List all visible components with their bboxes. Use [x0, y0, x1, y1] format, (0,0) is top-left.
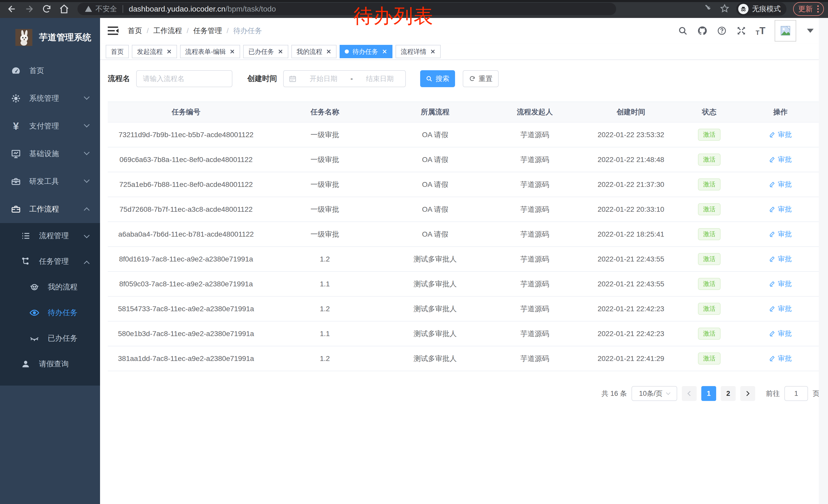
- approve-link[interactable]: 审批: [769, 229, 792, 239]
- sidebar-item-home[interactable]: 首页: [0, 57, 100, 85]
- sidebar-item-todo-tasks[interactable]: 待办任务: [0, 300, 100, 326]
- search-button[interactable]: 搜索: [420, 70, 455, 87]
- sidebar-logo[interactable]: 芋道管理系统: [0, 18, 100, 51]
- tab-label: 流程详情: [401, 47, 426, 56]
- next-page-button[interactable]: [740, 386, 755, 401]
- bookmark-star-icon[interactable]: [720, 4, 730, 14]
- approve-link[interactable]: 审批: [769, 304, 792, 313]
- sidebar-item-devtools[interactable]: 研发工具: [0, 168, 100, 195]
- table-row[interactable]: a6aba0a4-7b6d-11ec-b781-acde48001122 一级审…: [108, 222, 820, 247]
- url-text[interactable]: dashboard.yudao.iocoder.cn/bpm/task/todo: [129, 5, 276, 13]
- github-icon[interactable]: [697, 26, 707, 36]
- sidebar-item-label: 工作流程: [29, 204, 59, 214]
- page-size-select[interactable]: 10条/页: [631, 386, 677, 401]
- page-number-button[interactable]: 1: [701, 386, 716, 401]
- tab-item[interactable]: 首页: [106, 45, 129, 58]
- edit-pen-icon: [769, 231, 776, 237]
- sidebar-item-task-mgmt[interactable]: 任务管理: [0, 249, 100, 274]
- approve-link[interactable]: 审批: [769, 130, 792, 139]
- table-row[interactable]: 73211d9d-7b9b-11ec-b5b7-acde48001122 一级审…: [108, 123, 820, 147]
- site-security[interactable]: 不安全: [85, 4, 117, 14]
- sidebar-item-process-mgmt[interactable]: 流程管理: [0, 223, 100, 249]
- sidebar-item-leave-query[interactable]: 请假查询: [0, 351, 100, 377]
- starter-cell: 芋道源码: [485, 304, 585, 314]
- text-size-icon[interactable]: TT: [756, 26, 765, 36]
- starter-cell: 芋道源码: [485, 279, 585, 289]
- process-name-input[interactable]: 请输入流程名: [136, 70, 233, 87]
- column-header: 状态: [677, 107, 741, 117]
- approve-link[interactable]: 审批: [769, 155, 792, 164]
- search-icon[interactable]: [678, 26, 688, 36]
- process-cell: 测试多审批人: [385, 254, 485, 264]
- tab-item[interactable]: 发起流程: [132, 45, 177, 58]
- table-row[interactable]: 069c6a63-7b8a-11ec-8ef0-acde48001122 一级审…: [108, 147, 820, 172]
- tab-close-icon[interactable]: [278, 49, 283, 54]
- tab-close-icon[interactable]: [166, 49, 172, 54]
- tab-close-icon[interactable]: [382, 49, 387, 54]
- sidebar-item-done-tasks[interactable]: 已办任务: [0, 326, 100, 351]
- avatar[interactable]: [775, 20, 796, 42]
- process-cell: OA 请假: [385, 204, 485, 214]
- sidebar-item-workflow[interactable]: 工作流程: [0, 195, 100, 223]
- approve-link[interactable]: 审批: [769, 254, 792, 264]
- tab-item[interactable]: 流程详情: [396, 45, 441, 58]
- table-row[interactable]: 58154733-7ac8-11ec-a9e2-a2380e71991a 1.2…: [108, 296, 820, 321]
- table-row[interactable]: 8f0d1619-7ac8-11ec-a9e2-a2380e71991a 1.2…: [108, 247, 820, 272]
- reset-button[interactable]: 重置: [463, 70, 499, 87]
- tab-close-icon[interactable]: [326, 49, 331, 54]
- table-row[interactable]: 725a1eb6-7b88-11ec-8ef0-acde48001122 一级审…: [108, 172, 820, 197]
- breadcrumb-item[interactable]: 首页: [128, 26, 142, 36]
- red-annotation: 待办列表: [354, 3, 433, 30]
- sidebar-item-system[interactable]: 系统管理: [0, 85, 100, 112]
- incognito-icon: [738, 4, 748, 14]
- sidebar-item-label: 任务管理: [39, 256, 69, 267]
- tab-item[interactable]: 流程表单-编辑: [180, 45, 240, 58]
- approve-link[interactable]: 审批: [769, 354, 792, 363]
- breadcrumb-separator: /: [147, 27, 149, 35]
- browser-back-icon[interactable]: [6, 3, 17, 15]
- prev-page-button[interactable]: [682, 386, 697, 401]
- edit-pen-icon: [769, 181, 776, 188]
- approve-link[interactable]: 审批: [769, 279, 792, 288]
- browser-refresh-icon[interactable]: [41, 3, 52, 15]
- password-key-icon[interactable]: [704, 4, 713, 14]
- approve-link[interactable]: 审批: [769, 180, 792, 189]
- browser-home-icon[interactable]: [58, 3, 70, 15]
- search-icon: [426, 75, 432, 82]
- table-row[interactable]: 580e1b3d-7ac8-11ec-a9e2-a2380e71991a 1.1…: [108, 321, 820, 346]
- tab-item[interactable]: 待办任务: [340, 45, 392, 58]
- browser-menu-icon[interactable]: [817, 5, 819, 12]
- breadcrumb-item[interactable]: 任务管理: [194, 26, 222, 36]
- breadcrumb-item[interactable]: 工作流程: [153, 26, 182, 36]
- help-icon[interactable]: [717, 26, 727, 36]
- tab-item[interactable]: 我的流程: [291, 45, 336, 58]
- sidebar-collapse-icon[interactable]: [108, 26, 119, 36]
- goto-page-input[interactable]: 1: [784, 386, 808, 401]
- page-scrollbar[interactable]: [819, 18, 828, 504]
- approve-link[interactable]: 审批: [769, 204, 792, 214]
- action-cell: 审批: [741, 354, 820, 364]
- gear-icon: [10, 93, 22, 104]
- approve-link[interactable]: 审批: [769, 329, 792, 338]
- date-range-input[interactable]: 开始日期 - 结束日期: [283, 70, 406, 87]
- browser-update-button[interactable]: 更新: [793, 2, 824, 16]
- create-time-cell: 2022-01-22 18:25:41: [585, 230, 677, 238]
- action-cell: 审批: [741, 229, 820, 239]
- table-row[interactable]: 75d72608-7b7f-11ec-a3c8-acde48001122 一级审…: [108, 197, 820, 222]
- fullscreen-icon[interactable]: [736, 26, 746, 36]
- tab-close-icon[interactable]: [430, 49, 436, 54]
- pagination-total: 共 16 条: [602, 389, 627, 398]
- table-row[interactable]: 381aa1dd-7ac8-11ec-a9e2-a2380e71991a 1.2…: [108, 346, 820, 371]
- address-bar[interactable]: 不安全 dashboard.yudao.iocoder.cn/bpm/task/…: [78, 3, 616, 15]
- tab-item[interactable]: 已办任务: [243, 45, 288, 58]
- avatar-caret-icon[interactable]: [807, 29, 814, 33]
- edit-pen-icon: [769, 156, 776, 163]
- browser-forward-icon[interactable]: [24, 3, 35, 15]
- sidebar-item-payment[interactable]: ¥ 支付管理: [0, 112, 100, 140]
- table-row[interactable]: 8f059c03-7ac8-11ec-a9e2-a2380e71991a 1.1…: [108, 272, 820, 296]
- sidebar-item-my-process[interactable]: 我的流程: [0, 274, 100, 300]
- create-time-cell: 2022-01-21 22:42:23: [585, 305, 677, 313]
- tab-close-icon[interactable]: [229, 49, 235, 54]
- page-number-button[interactable]: 2: [721, 386, 736, 401]
- sidebar-item-infra[interactable]: 基础设施: [0, 140, 100, 168]
